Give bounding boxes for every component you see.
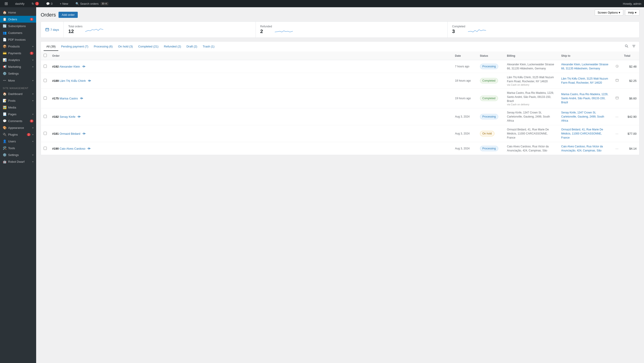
tab-processing[interactable]: Processing (6) [91, 42, 116, 51]
order-number-5: #190 [52, 147, 59, 150]
calendar-icon [46, 28, 49, 32]
comments-item[interactable]: 💬 0 [44, 0, 54, 7]
table-search-icon [625, 44, 628, 48]
wp-logo-icon: ⊞ [4, 1, 8, 6]
ship-link-4[interactable]: Ormazd Bédard, 41, Rue Marie De Médicis,… [561, 128, 603, 139]
row-checkbox-cell-3 [41, 108, 50, 125]
order-name-0[interactable]: Alexander Klein [60, 65, 80, 68]
tab-refunded[interactable]: Refunded (2) [161, 42, 184, 51]
order-name-2[interactable]: Marisa Castro [60, 97, 78, 100]
action-cell-0 [613, 60, 622, 73]
eye-icon-2[interactable] [80, 96, 83, 100]
select-all-checkbox[interactable] [44, 54, 47, 57]
table-row: #182 Senay Kinfe Aug 3, 2024 Processing … [41, 108, 640, 125]
robot-dwarf-icon: 🤖 [3, 160, 6, 164]
table-search-button[interactable] [624, 44, 629, 50]
tab-on-hold[interactable]: On hold (3) [116, 42, 136, 51]
order-name-3[interactable]: Senay Kinfe [60, 115, 76, 118]
sidebar-item-appearance[interactable]: 🎨 Appearance ▾ [0, 124, 36, 131]
date-cell-2: 19 hours ago [452, 88, 477, 108]
sidebar-item-products[interactable]: 📦 Products ▾ [0, 43, 36, 50]
order-name-1[interactable]: Lâm Thị Kiều Chinh [60, 79, 86, 82]
completed-card: Completed 3 [448, 22, 639, 38]
row-checkbox-5[interactable] [44, 147, 47, 150]
sidebar-item-tools[interactable]: 🛠️ Tools [0, 145, 36, 152]
tab-completed[interactable]: Completed (21) [136, 42, 161, 51]
ship-link-3[interactable]: Senay Kinfe, 1347 Crown St, Carletonvill… [561, 111, 604, 122]
search-orders-label: Search orders [80, 2, 99, 6]
tab-pending[interactable]: Pending payment (7) [58, 42, 91, 51]
screen-options-button[interactable]: Screen Options ▾ [595, 10, 624, 16]
site-name-item[interactable]: dashify [13, 0, 26, 7]
sidebar-item-customers[interactable]: 👥 Customers [0, 30, 36, 36]
sidebar-item-plugins[interactable]: 🔌 Plugins 2 ▾ [0, 131, 36, 138]
status-cell-2: Completed [477, 88, 504, 108]
row-checkbox-2[interactable] [44, 96, 47, 100]
eye-icon-3[interactable] [78, 115, 81, 118]
wp-logo-item[interactable]: ⊞ [3, 0, 10, 7]
order-name-5[interactable]: Caio Alves Cardoso [60, 147, 86, 150]
ship-link-5[interactable]: Caio Alves Cardoso, Rua Victor da Anunci… [561, 145, 603, 152]
status-badge-4: On hold [480, 131, 494, 136]
sidebar-item-comments[interactable]: 💬 Comments 0 [0, 118, 36, 124]
help-button[interactable]: Help ▾ [625, 10, 640, 16]
eye-icon-4[interactable] [82, 132, 86, 136]
ship-link-1[interactable]: Lâm Thị Kiều Chinh, 3125 Walt Nuzum Farm… [561, 77, 608, 84]
sidebar-item-settings2[interactable]: ⚙️ Settings ▾ [0, 152, 36, 158]
add-order-button[interactable]: Add order [58, 12, 78, 18]
sidebar-item-robot-dwarf[interactable]: 🤖 Robot Dwarf ▾ [0, 158, 36, 165]
sidebar-label-settings: Settings [8, 72, 34, 75]
order-cell-4: #181 Ormazd Bédard [50, 125, 452, 142]
tab-all[interactable]: All (39) [44, 42, 58, 51]
status-badge-5: Processing [480, 146, 498, 151]
total-col-header: Total [622, 52, 640, 60]
eye-icon-5[interactable] [88, 147, 90, 150]
sidebar-item-orders[interactable]: 📋 Orders 6 [0, 16, 36, 22]
sidebar-item-settings[interactable]: ⚙️ Settings [0, 70, 36, 77]
sidebar-item-marketing[interactable]: 📢 Marketing ▾ [0, 63, 36, 70]
eye-icon-0[interactable] [82, 65, 86, 68]
sidebar-item-subscriptions[interactable]: 🔄 Subscriptions [0, 22, 36, 30]
svg-rect-0 [46, 28, 49, 31]
tab-draft[interactable]: Draft (2) [184, 42, 200, 51]
billing-cell-5: Caio Alves Cardoso, Rua Victor da Anunci… [504, 142, 558, 155]
table-filter-button[interactable] [631, 44, 636, 50]
completed-info: Completed 3 [452, 25, 465, 34]
row-checkbox-3[interactable] [44, 115, 47, 118]
sidebar-item-dashboard[interactable]: 🏠 Dashboard ▾ [0, 90, 36, 97]
sidebar-item-users[interactable]: 👤 Users ▾ [0, 138, 36, 145]
search-orders-item[interactable]: 🔍 Search orders ⌘+K [74, 0, 110, 7]
sidebar-item-pdf-invoices[interactable]: 📄 PDF Invoices [0, 36, 36, 43]
eye-icon-1[interactable] [88, 79, 91, 82]
sidebar-item-analytics[interactable]: 📊 Analytics ▾ [0, 56, 36, 63]
billing-text-4: Ormazd Bédard, 41, Rue Marie De Médicis,… [507, 128, 556, 140]
sidebar-item-home[interactable]: 🏠 Home [0, 9, 36, 16]
order-number-0: #192 [52, 65, 59, 68]
date-cell-0: 7 hours ago [452, 60, 477, 73]
row-checkbox-4[interactable] [44, 132, 47, 135]
dash-action: — [616, 132, 618, 136]
orders-table: Order Date Status Billing Ship to [41, 52, 640, 155]
shipto-cell-5: Caio Alves Cardoso, Rua Victor da Anunci… [558, 142, 613, 155]
sidebar-item-posts[interactable]: 📝 Posts ▾ [0, 97, 36, 104]
date-cell-1: 18 hours ago [452, 73, 477, 88]
site-management-label: Site management [0, 84, 36, 90]
tab-trash[interactable]: Trash (1) [200, 42, 217, 51]
order-name-4[interactable]: Ormazd Bédard [60, 132, 80, 136]
stat-period[interactable]: 7 days [41, 22, 64, 38]
shipto-cell-1: Lâm Thị Kiều Chinh, 3125 Walt Nuzum Farm… [558, 73, 613, 88]
sidebar-item-pages[interactable]: 📃 Pages ▾ [0, 111, 36, 118]
sidebar-item-payments[interactable]: 💳 Payments 1 [0, 50, 36, 56]
ship-link-0[interactable]: Alexander Klein, Luckenwalder Strasse 66… [561, 63, 608, 70]
table-row: #190 Caio Alves Cardoso Aug 3, 2024 Proc… [41, 142, 640, 155]
svg-point-9 [84, 66, 84, 67]
table-row: #181 Ormazd Bédard Aug 3, 2024 On hold O… [41, 125, 640, 142]
new-item[interactable]: + New [58, 0, 70, 7]
ship-link-2[interactable]: Marisa Castro, Rua Rio Madeira, 1229, Sa… [561, 93, 608, 104]
total-cell-4: $77.00 [622, 125, 640, 142]
row-checkbox-0[interactable] [44, 65, 47, 68]
sidebar-item-more[interactable]: ··· More ▾ [0, 77, 36, 84]
sidebar-item-media[interactable]: 🖼️ Media [0, 104, 36, 111]
row-checkbox-1[interactable] [44, 79, 47, 82]
updates-item[interactable]: ↻ 2 [30, 0, 41, 7]
